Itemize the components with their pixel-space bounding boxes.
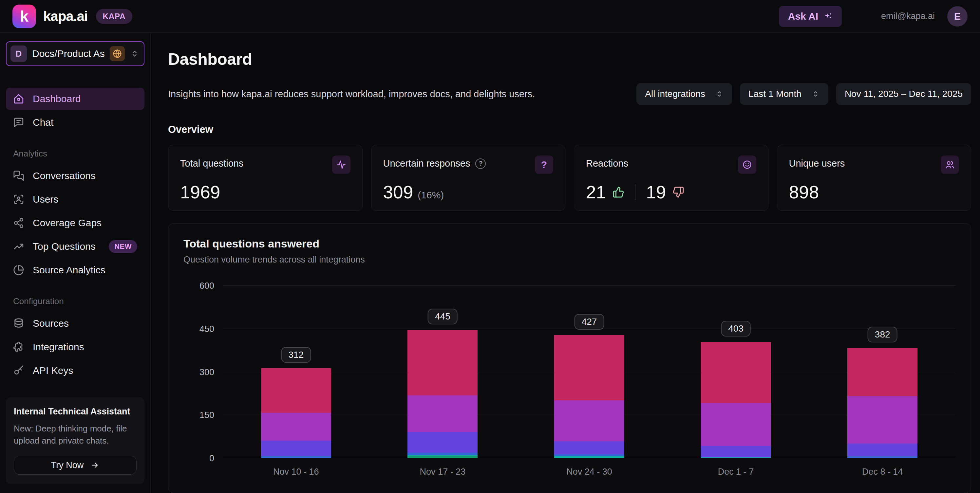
sidebar-item-label: Users bbox=[33, 194, 58, 205]
bar-segment-blue bbox=[261, 456, 331, 458]
section-label-configuration: Configuration bbox=[13, 296, 145, 306]
project-initial-badge: D bbox=[11, 46, 27, 62]
bar-segment-violet bbox=[554, 441, 624, 454]
sidebar-item-chat[interactable]: Chat bbox=[6, 111, 145, 133]
card-total-questions: Total questions 1969 bbox=[168, 145, 363, 211]
bar-slot: 445Nov 17 - 23 bbox=[369, 286, 516, 458]
overview-heading: Overview bbox=[168, 124, 971, 136]
stacked-bar[interactable] bbox=[701, 342, 771, 458]
sidebar-item-integrations[interactable]: Integrations bbox=[6, 336, 145, 358]
project-selector[interactable]: D Docs/Product Assi... bbox=[6, 41, 145, 66]
card-value: 898 bbox=[789, 182, 959, 203]
avatar[interactable]: E bbox=[947, 6, 967, 27]
new-badge: NEW bbox=[109, 240, 137, 253]
bar-value-label: 445 bbox=[428, 309, 458, 324]
sidebar-item-top-questions[interactable]: Top Questions NEW bbox=[6, 235, 145, 258]
bar-slot: 427Nov 24 - 30 bbox=[516, 286, 663, 458]
stacked-bar[interactable] bbox=[847, 348, 918, 458]
x-axis-label: Nov 17 - 23 bbox=[369, 467, 516, 477]
project-selector-label: Docs/Product Assi... bbox=[32, 48, 105, 59]
sidebar-item-label: Top Questions bbox=[33, 241, 95, 252]
help-icon[interactable]: ? bbox=[475, 159, 486, 169]
y-tick-label: 450 bbox=[199, 324, 214, 334]
card-label: Reactions bbox=[586, 158, 628, 169]
bar-segment-green bbox=[407, 457, 477, 458]
globe-icon bbox=[110, 46, 125, 61]
stacked-bar[interactable] bbox=[261, 368, 331, 458]
brand-name: kapa.ai bbox=[43, 8, 88, 24]
bar-segment-teal bbox=[554, 456, 624, 458]
y-axis: 6004503001500 bbox=[183, 286, 223, 458]
plot-area: 312Nov 10 - 16445Nov 17 - 23427Nov 24 - … bbox=[223, 286, 956, 458]
sidebar-item-conversations[interactable]: Conversations bbox=[6, 165, 145, 187]
bar-segment-violet bbox=[261, 441, 331, 456]
thumbs-down-count: 19 bbox=[646, 182, 666, 203]
date-range-button[interactable]: Nov 11, 2025 – Dec 11, 2025 bbox=[836, 83, 971, 105]
key-icon bbox=[13, 365, 24, 376]
home-icon bbox=[13, 93, 24, 105]
sidebar-item-dashboard[interactable]: Dashboard bbox=[6, 88, 145, 110]
y-tick-label: 150 bbox=[199, 410, 214, 420]
card-reactions: Reactions 21 19 bbox=[574, 145, 768, 211]
sidebar-item-label: Integrations bbox=[33, 341, 84, 353]
sidebar-item-api-keys[interactable]: API Keys bbox=[6, 360, 145, 382]
chevron-up-down-icon bbox=[715, 90, 724, 98]
bar-segment-purple bbox=[701, 403, 771, 446]
card-value: 1969 bbox=[180, 182, 350, 203]
card-label: Unique users bbox=[789, 158, 845, 169]
bar-value-label: 427 bbox=[574, 314, 604, 330]
bar-segment-purple bbox=[261, 413, 331, 441]
thumbs-up-icon bbox=[612, 186, 624, 198]
uncertain-percent: (16%) bbox=[418, 190, 444, 200]
card-unique-users: Unique users 898 bbox=[777, 145, 972, 211]
chat-icon bbox=[13, 117, 24, 128]
bar-segment-crimson bbox=[554, 335, 624, 400]
conversations-icon bbox=[13, 170, 24, 181]
chart-title: Total questions answered bbox=[183, 237, 956, 250]
bar-segment-crimson bbox=[407, 330, 477, 395]
sidebar-item-source-analytics[interactable]: Source Analytics bbox=[6, 259, 145, 281]
sidebar-item-label: Conversations bbox=[33, 170, 95, 181]
card-label: Total questions bbox=[180, 158, 243, 169]
bar-segment-crimson bbox=[701, 342, 771, 403]
bar-segment-violet bbox=[847, 444, 918, 457]
bar-slot: 312Nov 10 - 16 bbox=[223, 286, 369, 458]
bar-slot: 403Dec 1 - 7 bbox=[663, 286, 809, 458]
integrations-select[interactable]: All integrations bbox=[636, 83, 732, 105]
stacked-bar[interactable] bbox=[407, 330, 477, 458]
period-select[interactable]: Last 1 Month bbox=[740, 83, 828, 105]
bar-segment-blue bbox=[407, 453, 477, 455]
ask-ai-button[interactable]: Ask AI bbox=[779, 6, 842, 27]
bar-segment-violet bbox=[407, 432, 477, 453]
bar-segment-purple bbox=[407, 395, 477, 432]
sidebar-item-users[interactable]: Users bbox=[6, 188, 145, 211]
sidebar-item-label: Dashboard bbox=[33, 93, 81, 105]
sidebar-item-sources[interactable]: Sources bbox=[6, 312, 145, 334]
overview-cards: Total questions 1969 Uncertain responses… bbox=[168, 145, 971, 211]
sidebar-item-label: Source Analytics bbox=[33, 265, 105, 276]
sidebar-item-coverage-gaps[interactable]: Coverage Gaps bbox=[6, 212, 145, 234]
question-icon: ? bbox=[535, 155, 553, 174]
y-tick-label: 0 bbox=[209, 453, 214, 463]
sparkles-icon bbox=[823, 12, 833, 21]
thumbs-up-count: 21 bbox=[586, 182, 606, 203]
stacked-bar[interactable] bbox=[554, 335, 624, 458]
kapa-badge: KAPA bbox=[96, 9, 132, 24]
integrations-select-value: All integrations bbox=[645, 89, 705, 99]
card-label: Uncertain responses bbox=[383, 158, 470, 169]
bar-segment-purple bbox=[554, 400, 624, 441]
chart-card: Total questions answered Question volume… bbox=[168, 223, 971, 493]
bar-segment-blue bbox=[847, 457, 918, 458]
promo-card: Internal Technical Assistant New: Deep t… bbox=[6, 398, 145, 484]
chart-area: 6004503001500 312Nov 10 - 16445Nov 17 - … bbox=[183, 286, 956, 458]
main-content: Dashboard Insights into how kapa.ai redu… bbox=[151, 33, 980, 493]
uncertain-count: 309 bbox=[383, 182, 414, 202]
try-now-button[interactable]: Try Now bbox=[14, 456, 137, 475]
trending-up-icon bbox=[13, 241, 24, 252]
arrow-right-icon bbox=[90, 461, 99, 470]
x-axis-label: Nov 10 - 16 bbox=[223, 467, 369, 477]
share-network-icon bbox=[13, 217, 24, 228]
promo-body: New: Deep thinking mode, file upload and… bbox=[14, 423, 137, 447]
bar-value-label: 382 bbox=[868, 327, 897, 342]
database-icon bbox=[13, 318, 24, 329]
